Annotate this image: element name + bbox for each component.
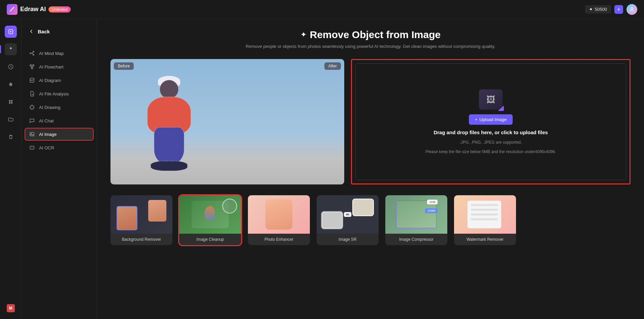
sparkle-icon: ✦: [300, 30, 307, 39]
sidebar-item-label: AI File Analysis: [39, 91, 69, 96]
credits-display[interactable]: ✦ 50500: [585, 5, 611, 13]
rail-trash[interactable]: [5, 131, 17, 143]
tool-label: Image Compressor: [385, 234, 447, 245]
svg-rect-12: [31, 68, 33, 69]
tool-label: Image Cleanup: [179, 234, 241, 245]
upload-formats: .JPG, .PNG, .JPEG are supported.: [460, 140, 522, 145]
svg-point-9: [33, 54, 34, 55]
user-icon: [629, 6, 635, 12]
svg-rect-3: [9, 100, 10, 102]
avatar[interactable]: [626, 4, 637, 15]
plus-icon: +: [475, 117, 478, 122]
tool-thumb: 4K: [317, 195, 379, 234]
trash-icon: [8, 134, 14, 140]
icon-rail: M: [0, 19, 22, 319]
file-icon: [29, 91, 35, 97]
upload-limits: Please keep the file size below 5MB and …: [425, 149, 556, 154]
sparkle-icon: ✦: [589, 7, 593, 12]
svg-point-8: [33, 51, 34, 52]
sidebar-item-label: AI Drawing: [39, 105, 61, 110]
topbar: Edraw AI Unlimited ✦ 50500 +: [0, 0, 644, 19]
tool-label: Photo Enhancer: [248, 234, 310, 245]
tool-thumb: [179, 195, 241, 234]
page-subtitle: Remove people or objects from photos sea…: [110, 44, 631, 49]
tool-image-sr[interactable]: 4K Image SR: [317, 195, 379, 245]
upload-dropzone[interactable]: + Upload Image Drag and drop files here,…: [355, 63, 626, 180]
svg-rect-10: [30, 65, 32, 66]
brand-badge: Unlimited: [49, 6, 71, 12]
sidebar: Back AI Mind Map AI Flowchart AI Diagram…: [22, 19, 97, 319]
sidebar-item-diagram[interactable]: AI Diagram: [25, 74, 93, 86]
rail-m-badge[interactable]: M: [7, 304, 15, 312]
page-header: ✦ Remove Object from Image Remove people…: [110, 29, 631, 49]
sidebar-item-image[interactable]: AI Image: [25, 128, 93, 140]
compress-100kb-badge: 100kb: [425, 208, 438, 213]
sidebar-item-chat[interactable]: AI Chat: [25, 115, 93, 127]
tool-thumb: [454, 195, 516, 234]
chat-icon: [29, 118, 35, 124]
svg-rect-5: [9, 102, 10, 104]
add-button[interactable]: +: [614, 5, 623, 14]
tool-watermark-remover[interactable]: Watermark Remover: [454, 195, 516, 245]
upload-panel-highlight: + Upload Image Drag and drop files here,…: [351, 59, 631, 184]
tool-image-cleanup[interactable]: Image Cleanup: [179, 195, 241, 245]
sidebar-item-label: AI Chat: [39, 118, 54, 123]
topbar-right: ✦ 50500 +: [585, 4, 637, 15]
upload-headline: Drag and drop files here, or click to up…: [433, 129, 548, 135]
mindmap-icon: [29, 50, 35, 56]
tool-label: Watermark Remover: [454, 234, 516, 245]
back-label: Back: [38, 29, 50, 34]
tool-label: Image SR: [317, 234, 379, 245]
brand[interactable]: Edraw AI Unlimited: [7, 4, 71, 15]
tool-image-compressor[interactable]: 1MB 100kb Image Compressor: [385, 195, 447, 245]
tool-thumb: 1MB 100kb: [385, 195, 447, 234]
upload-image-icon: [479, 89, 503, 110]
sidebar-item-label: AI Flowchart: [39, 64, 63, 69]
star-icon: [8, 81, 14, 87]
rail-ai[interactable]: [5, 43, 17, 55]
svg-point-0: [631, 7, 633, 9]
svg-rect-4: [11, 100, 12, 102]
plus-square-icon: [8, 29, 14, 35]
upload-button-label: Upload Image: [479, 117, 507, 122]
sidebar-item-ocr[interactable]: AI OCR: [25, 142, 93, 154]
upload-button[interactable]: + Upload Image: [469, 114, 513, 125]
tool-thumb: [110, 195, 172, 234]
rail-recent[interactable]: [5, 61, 17, 73]
svg-rect-15: [30, 133, 34, 136]
after-tag: After: [324, 62, 341, 70]
before-after-preview: Before After: [110, 59, 344, 184]
before-tag: Before: [114, 62, 134, 70]
svg-rect-6: [11, 102, 12, 104]
folder-icon: [8, 116, 14, 122]
sidebar-item-drawing[interactable]: AI Drawing: [25, 101, 93, 113]
brand-name: Edraw AI: [20, 6, 46, 13]
arrow-left-icon: [28, 28, 34, 34]
sidebar-item-label: AI OCR: [39, 145, 54, 150]
image-icon: [29, 131, 35, 137]
rail-templates[interactable]: [5, 96, 17, 108]
sidebar-item-label: AI Diagram: [39, 78, 61, 83]
sidebar-item-mindmap[interactable]: AI Mind Map: [25, 47, 93, 59]
flowchart-icon: [29, 64, 35, 70]
svg-rect-11: [33, 65, 34, 66]
ocr-icon: [29, 145, 35, 151]
tool-label: Background Remover: [110, 234, 172, 245]
sidebar-item-label: AI Mind Map: [39, 51, 64, 56]
brand-logo-icon: [7, 4, 18, 15]
rail-create[interactable]: [5, 26, 17, 38]
credits-value: 50500: [595, 7, 607, 12]
sidebar-item-file-analysis[interactable]: AI File Analysis: [25, 88, 93, 100]
drawing-icon: [29, 104, 35, 110]
back-button[interactable]: Back: [25, 26, 93, 37]
tool-photo-enhancer[interactable]: Photo Enhancer: [248, 195, 310, 245]
rail-files[interactable]: [5, 113, 17, 125]
tool-background-remover[interactable]: Background Remover: [110, 195, 172, 245]
preview-before: Before: [110, 59, 227, 184]
puzzle-icon: [8, 99, 14, 105]
compress-1mb-badge: 1MB: [427, 200, 438, 204]
sidebar-item-label: AI Image: [39, 132, 57, 137]
content: ✦ Remove Object from Image Remove people…: [97, 19, 644, 319]
sidebar-item-flowchart[interactable]: AI Flowchart: [25, 61, 93, 73]
rail-favorites[interactable]: [5, 78, 17, 90]
